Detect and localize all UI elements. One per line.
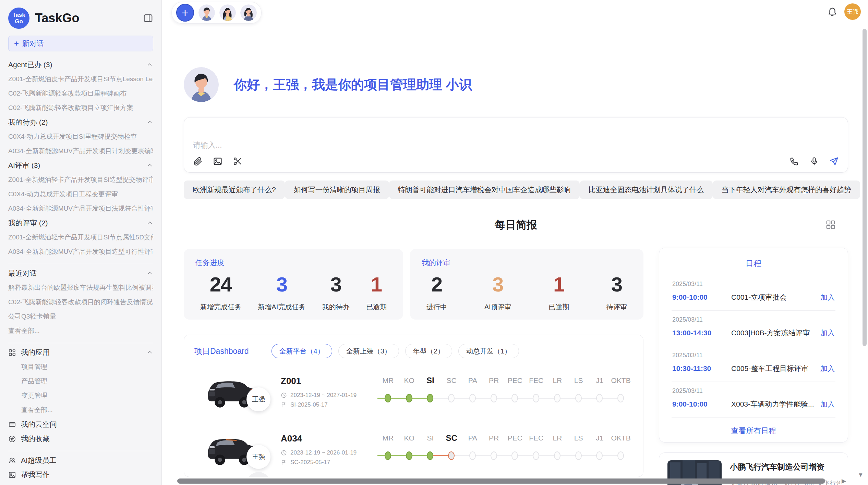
- image-upload-icon[interactable]: [213, 157, 222, 166]
- tab-model-year[interactable]: 年型（2）: [405, 344, 452, 358]
- project-row-a034[interactable]: 王强 A034 2023-12-19 ~ 2026-01-19 SC-2025-…: [184, 421, 643, 477]
- milestone-dot: [491, 394, 497, 402]
- milestone-dot: [575, 451, 582, 460]
- daily-briefing-header: 每日简报: [184, 217, 848, 233]
- join-link[interactable]: 加入: [820, 328, 835, 338]
- list-item[interactable]: 公司Q3轻卡销量: [8, 309, 153, 324]
- sidebar-item-help-write[interactable]: 帮我写作: [8, 468, 153, 482]
- project-row-z001[interactable]: 王强 Z001 2023-12-19 ~ 2027-01-19 SI-2025-…: [184, 363, 643, 421]
- sidebar-header: Task Go TaskGo: [0, 0, 161, 35]
- list-item[interactable]: A034-全新新能源MUV产品开发项目法规符合性评审: [8, 201, 153, 216]
- project-name: Z001: [281, 376, 377, 386]
- taskgo-logo: Task Go: [8, 8, 29, 29]
- suggestion-chip[interactable]: 如何写一份清晰的项目周报: [285, 181, 389, 199]
- list-item[interactable]: 解释最新出台的欧盟报废车法规再生塑料比例被调至15%...: [8, 281, 153, 295]
- divider: [8, 343, 153, 343]
- project-image: 王强: [196, 424, 273, 475]
- chat-input[interactable]: [193, 141, 839, 150]
- new-chat-button[interactable]: + 新对话: [8, 36, 153, 51]
- view-all-apps[interactable]: 查看全部...: [8, 403, 153, 417]
- sidebar-collapse-icon[interactable]: [143, 13, 153, 23]
- stat-ai-prereview: 3 AI预评审: [484, 272, 511, 312]
- microphone-icon[interactable]: [809, 157, 819, 166]
- voice-call-phone-icon[interactable]: [789, 157, 799, 166]
- tab-new-body[interactable]: 全新上装（3）: [338, 344, 399, 358]
- layout-grid-icon[interactable]: [825, 220, 836, 230]
- my-review-card: 我的评审 2 进行中 3 AI预评审 1 已逾期 3 待评审: [410, 249, 643, 320]
- suggestion-chip[interactable]: 特朗普可能对进口汽车增税会对中国车企造成哪些影响: [389, 181, 580, 199]
- list-item[interactable]: Z001-全新燃油轻卡产品开发项目SI造型提交物评审: [8, 173, 153, 187]
- notifications-bell-icon[interactable]: [827, 6, 837, 16]
- divider: [8, 264, 153, 264]
- chevron-up-icon[interactable]: [146, 270, 153, 277]
- sidebar-item-ai-employee[interactable]: AI超级员工: [8, 453, 153, 468]
- milestone-dot-current: [427, 394, 433, 402]
- section-my-todo[interactable]: 我的待办 (2): [8, 115, 153, 129]
- section-recent-chats[interactable]: 最近对话: [8, 266, 153, 281]
- dashboard-title: 项目Dashboard: [194, 346, 249, 357]
- list-item[interactable]: C02-飞腾新能源轻客改款项目里程碑画布: [8, 86, 153, 101]
- my-apps-label: 我的应用: [21, 348, 50, 357]
- milestone-dot: [469, 451, 476, 460]
- horizontal-scrollbar-thumb[interactable]: [177, 478, 825, 484]
- join-link[interactable]: 加入: [820, 293, 835, 302]
- suggestion-chip[interactable]: 欧洲新规最近颁布了什么?: [184, 181, 285, 199]
- tab-powertrain[interactable]: 动总开发（1）: [458, 344, 519, 358]
- list-item[interactable]: C02-飞腾新能源轻客改款项目立项汇报方案: [8, 101, 153, 115]
- chevron-up-icon[interactable]: [146, 162, 153, 169]
- join-link[interactable]: 加入: [820, 364, 835, 373]
- list-item[interactable]: Z001-全新燃油皮卡产品开发项目SI节点Lesson Learn报告: [8, 72, 153, 86]
- user-avatar[interactable]: 王强: [844, 3, 861, 20]
- sidebar-item-my-apps[interactable]: 我的应用: [8, 345, 153, 360]
- list-item[interactable]: C02-飞腾新能源轻客改款项目的闭环通告反馈情况: [8, 295, 153, 309]
- project-info: A034 2023-12-19 ~ 2026-01-19 SC-2025-05-…: [281, 433, 377, 466]
- new-chat-label: 新对话: [22, 39, 44, 48]
- view-all-schedule-link[interactable]: 查看所有日程: [672, 426, 835, 436]
- view-all-chats[interactable]: 查看全部...: [8, 324, 153, 338]
- sidebar-item-project-mgmt[interactable]: 项目管理: [8, 360, 153, 374]
- chevron-up-icon[interactable]: [146, 349, 153, 356]
- sidebar-item-favorites[interactable]: 我的收藏: [8, 432, 153, 446]
- project-dashboard-card: 项目Dashboard 全新平台（4） 全新上装（3） 年型（2） 动总开发（1…: [184, 335, 643, 477]
- sidebar-item-change-mgmt[interactable]: 变更管理: [8, 388, 153, 403]
- chevron-up-icon[interactable]: [146, 61, 153, 68]
- greeting-title: 你好，王强，我是你的项目管理助理 小识: [234, 76, 472, 94]
- milestone-dot: [533, 394, 539, 402]
- sidebar-item-creative-draw[interactable]: 创意制图: [8, 482, 153, 485]
- event-time: 9:00-10:00: [672, 400, 731, 408]
- list-item[interactable]: A034-全新新能源MUV产品开发项目造型可行性评审: [8, 245, 153, 259]
- section-title: Agent已办 (3): [8, 60, 52, 70]
- sidebar-item-cloud-space[interactable]: 我的云空间: [8, 417, 153, 432]
- tab-new-platform[interactable]: 全新平台（4）: [272, 344, 332, 358]
- schedule-event: 2025/03/11 9:00-10:00 C001-立项审批会 加入: [672, 275, 835, 311]
- scroll-down-arrow-icon[interactable]: ▼: [858, 472, 864, 478]
- task-progress-card: 任务进度 24 新增完成任务 3 新增AI完成任务 3 我的待办 1 已逾期: [184, 249, 403, 320]
- send-icon[interactable]: [829, 157, 839, 166]
- list-item[interactable]: Z001-全新燃油轻卡产品开发项目SI节点属性5D文件评审: [8, 230, 153, 245]
- milestone-timeline: MR KO SI SC PA PR PEC FEC LR LS J1 OKTB: [377, 375, 631, 406]
- avatar[interactable]: [240, 4, 257, 21]
- list-item[interactable]: C0X4-动力总成开发项目SI里程碑提交物检查: [8, 129, 153, 144]
- avatar[interactable]: [219, 4, 236, 21]
- avatar[interactable]: [198, 4, 215, 21]
- vertical-scrollbar-thumb[interactable]: [863, 29, 867, 346]
- chevron-up-icon[interactable]: [146, 119, 153, 126]
- section-ai-review[interactable]: AI评审 (3): [8, 158, 153, 173]
- list-item[interactable]: C0X4-动力总成开发项目工程变更评审: [8, 187, 153, 201]
- suggestion-chip[interactable]: 当下年轻人对汽车外观有怎样的喜好趋势: [713, 181, 860, 199]
- list-item[interactable]: A034-全新新能源MUV产品开发项目计划变更表编写: [8, 144, 153, 158]
- attachment-paperclip-icon[interactable]: [193, 157, 203, 166]
- scroll-right-arrow-icon[interactable]: ▶: [842, 478, 846, 484]
- join-link[interactable]: 加入: [820, 399, 835, 409]
- chevron-up-icon[interactable]: [146, 220, 153, 226]
- screenshot-scissors-icon[interactable]: [233, 157, 242, 166]
- assistant-avatar: [184, 67, 219, 102]
- section-my-review[interactable]: 我的评审 (2): [8, 216, 153, 230]
- suggestion-chip[interactable]: 比亚迪全固态电池计划具体说了什么: [580, 181, 713, 199]
- project-dates: 2023-12-19 ~ 2026-01-19: [281, 449, 377, 456]
- sidebar-scroll-area: Agent已办 (3) Z001-全新燃油皮卡产品开发项目SI节点Lesson …: [0, 55, 161, 485]
- sidebar-item-product-mgmt[interactable]: 产品管理: [8, 374, 153, 388]
- add-contact-button[interactable]: +: [176, 4, 194, 22]
- user-avatar-label: 王强: [847, 8, 858, 16]
- section-agent-done[interactable]: Agent已办 (3): [8, 58, 153, 72]
